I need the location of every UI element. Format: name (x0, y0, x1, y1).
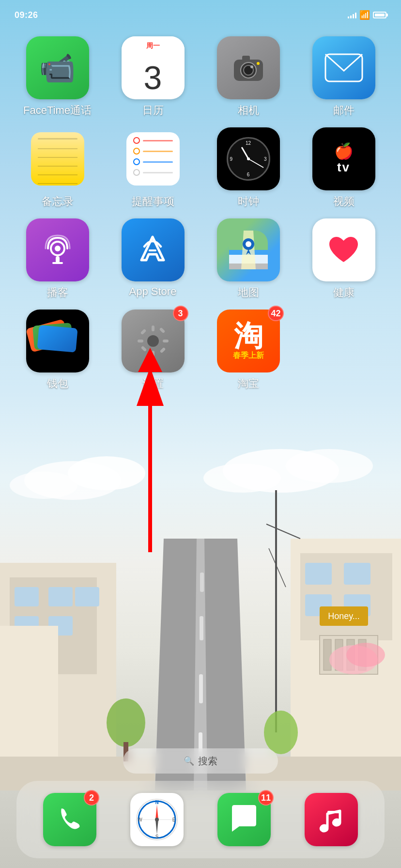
app-settings[interactable]: 3 设置 (114, 310, 192, 391)
clock-min-hand (248, 158, 263, 168)
wifi-icon: 📶 (359, 10, 370, 20)
svg-point-33 (264, 711, 298, 754)
svg-point-51 (55, 246, 61, 251)
status-bar: 09:26 📶 (0, 0, 401, 24)
settings-badge: 3 (173, 306, 188, 321)
battery-fill (375, 14, 385, 16)
facetime-label: FaceTime通话 (23, 103, 92, 118)
maps-inner (217, 218, 280, 281)
svg-point-4 (286, 449, 373, 483)
dock-safari[interactable]: N E S W (130, 793, 184, 846)
appstore-icon (122, 218, 185, 281)
svg-point-86 (334, 819, 340, 826)
calendar-day: 3 (122, 55, 185, 99)
svg-rect-16 (75, 587, 99, 606)
app-calendar[interactable]: 周一 3 日历 (114, 36, 192, 118)
appstore-symbol (135, 232, 171, 268)
battery-icon (373, 12, 386, 18)
svg-point-61 (246, 241, 251, 247)
settings-icon: 3 (122, 310, 185, 372)
search-label: 搜索 (198, 755, 217, 768)
camera-label: 相机 (238, 103, 259, 118)
app-facetime[interactable]: 📹 FaceTime通话 (19, 36, 96, 118)
svg-rect-22 (305, 563, 332, 585)
phone-symbol (55, 805, 84, 834)
app-camera[interactable]: 相机 (210, 36, 287, 118)
svg-rect-52 (56, 256, 60, 263)
search-bar[interactable]: 🔍 搜索 (123, 748, 278, 774)
svg-rect-11 (200, 573, 204, 592)
svg-text:E: E (172, 817, 176, 822)
svg-rect-70 (159, 327, 165, 334)
app-health[interactable]: 健康 (305, 218, 383, 300)
wallet-label: 钱包 (47, 376, 68, 391)
dock-phone[interactable]: 2 (43, 793, 96, 846)
svg-point-80 (155, 818, 159, 822)
mail-label: 邮件 (333, 103, 355, 118)
taobao-label: 淘宝 (238, 376, 259, 391)
apps-container: 📹 FaceTime通话 周一 3 日历 (0, 31, 401, 405)
clock-3: 3 (264, 156, 267, 162)
music-icon (305, 793, 358, 846)
facetime-icon: 📹 (26, 36, 89, 99)
notes-icon (26, 127, 89, 190)
svg-point-85 (321, 825, 328, 832)
app-row-4: 钱包 3 (10, 310, 391, 391)
app-wallet[interactable]: 钱包 (19, 310, 96, 391)
clock-center-dot (247, 157, 250, 160)
app-tv[interactable]: 🍎 tv 视频 (305, 127, 383, 209)
music-symbol (317, 804, 346, 836)
taobao-icon: 淘 春季上新 42 (217, 310, 280, 372)
svg-point-46 (250, 65, 253, 68)
wallet-card-3 (37, 325, 77, 353)
app-reminders[interactable]: 提醒事项 (114, 127, 192, 209)
svg-rect-64 (152, 351, 154, 356)
app-row-1: 📹 FaceTime通话 周一 3 日历 (10, 36, 391, 118)
signal-bar-3 (353, 14, 354, 18)
messages-symbol (227, 803, 261, 837)
svg-rect-47 (242, 56, 250, 61)
appstore-label: App Store (129, 285, 177, 298)
taobao-badge: 42 (268, 306, 283, 321)
app-maps[interactable]: 地图 (210, 218, 287, 300)
svg-text:Honey...: Honey... (328, 611, 360, 621)
taobao-subtitle: 春季上新 (233, 351, 264, 361)
clock-face: 12 3 6 9 (227, 137, 270, 181)
svg-point-42 (346, 643, 385, 667)
svg-rect-63 (152, 326, 154, 331)
dock-messages[interactable]: 11 (217, 793, 271, 846)
tv-icon: 🍎 tv (312, 127, 375, 190)
svg-rect-9 (199, 674, 203, 703)
svg-line-28 (269, 548, 286, 587)
app-taobao[interactable]: 淘 春季上新 42 淘宝 (210, 310, 287, 391)
signal-bar-1 (348, 16, 349, 18)
app-notes[interactable]: 备忘录 (19, 127, 96, 209)
app-podcasts[interactable]: 播客 (19, 218, 96, 300)
svg-point-1 (68, 456, 145, 490)
dock-music[interactable] (305, 793, 358, 846)
app-row-2: 备忘录 (10, 127, 391, 209)
svg-rect-14 (15, 587, 39, 606)
reminders-inner (126, 132, 180, 186)
settings-label: 设置 (142, 376, 164, 391)
clock-label: 时钟 (238, 194, 259, 209)
wallet-icon (26, 310, 89, 372)
status-time: 09:26 (15, 10, 38, 20)
reminders-label: 提醒事项 (132, 194, 174, 209)
svg-point-48 (257, 62, 260, 65)
svg-rect-67 (140, 329, 146, 335)
app-mail[interactable]: 邮件 (305, 36, 383, 118)
app-clock[interactable]: 12 3 6 9 时钟 (210, 127, 287, 209)
svg-rect-68 (159, 347, 166, 354)
wallet-cards (36, 324, 79, 358)
search-icon: 🔍 (184, 756, 194, 766)
health-symbol (325, 232, 362, 268)
svg-rect-10 (200, 616, 203, 640)
app-appstore[interactable]: App Store (114, 218, 192, 300)
calendar-label: 日历 (142, 103, 164, 118)
svg-rect-69 (140, 346, 147, 352)
safari-icon: N E S W (130, 793, 184, 846)
svg-text:S: S (155, 834, 159, 839)
taobao-logo: 淘 (234, 322, 263, 351)
svg-rect-23 (344, 563, 370, 585)
